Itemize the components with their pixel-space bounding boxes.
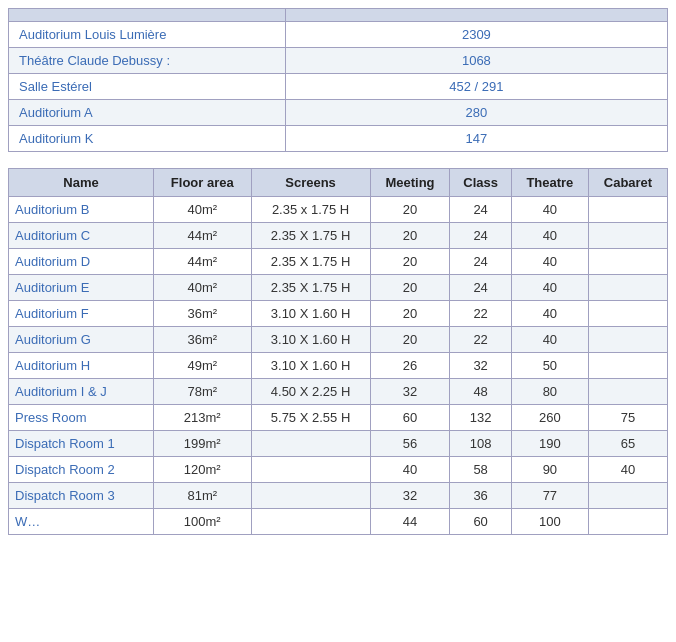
table2-data-cell <box>588 301 667 327</box>
table2-data-cell <box>251 509 370 535</box>
table2-name-cell: Dispatch Room 3 <box>9 483 154 509</box>
table2-data-cell: 5.75 X 2.55 H <box>251 405 370 431</box>
page-wrapper: Auditorium Louis Lumière2309Théâtre Clau… <box>0 0 676 543</box>
table-row: Auditorium H49m²3.10 X 1.60 H263250 <box>9 353 668 379</box>
table2-data-cell: 20 <box>370 223 450 249</box>
table2-data-cell: 108 <box>450 431 511 457</box>
table2-data-cell: 2.35 X 1.75 H <box>251 249 370 275</box>
table2-header-screens: Screens <box>251 169 370 197</box>
table2-data-cell <box>588 327 667 353</box>
table-row: W…100m²4460100 <box>9 509 668 535</box>
table2-data-cell: 40 <box>511 327 588 353</box>
table2-data-cell: 60 <box>450 509 511 535</box>
table-row: Salle Estérel452 / 291 <box>9 74 668 100</box>
table2-data-cell: 36m² <box>153 301 251 327</box>
table2-data-cell: 3.10 X 1.60 H <box>251 353 370 379</box>
table2-data-cell: 65 <box>588 431 667 457</box>
table2-data-cell: 20 <box>370 275 450 301</box>
table2-data-cell: 58 <box>450 457 511 483</box>
table2-data-cell: 40 <box>511 223 588 249</box>
table2-data-cell: 2.35 X 1.75 H <box>251 223 370 249</box>
table2-data-cell: 40 <box>370 457 450 483</box>
table2-data-cell: 100 <box>511 509 588 535</box>
table-row: Auditorium C44m²2.35 X 1.75 H202440 <box>9 223 668 249</box>
table2-data-cell: 81m² <box>153 483 251 509</box>
table1-name-cell: Auditorium Louis Lumière <box>9 22 286 48</box>
table2-data-cell: 44 <box>370 509 450 535</box>
table2-data-cell <box>588 353 667 379</box>
table2-data-cell: 40 <box>588 457 667 483</box>
table2-data-cell: 48 <box>450 379 511 405</box>
table2-data-cell: 20 <box>370 327 450 353</box>
table2-header-cabaret: Cabaret <box>588 169 667 197</box>
table2-data-cell: 24 <box>450 249 511 275</box>
table1-header-places <box>285 9 667 22</box>
table2-name-cell: Auditorium B <box>9 197 154 223</box>
table2-data-cell: 78m² <box>153 379 251 405</box>
table-row: Dispatch Room 2120m²40589040 <box>9 457 668 483</box>
table2-data-cell: 3.10 X 1.60 H <box>251 327 370 353</box>
table1-name-cell: Auditorium K <box>9 126 286 152</box>
table2-data-cell: 20 <box>370 249 450 275</box>
table2-header-floor-area: Floor area <box>153 169 251 197</box>
table2-name-cell: Auditorium D <box>9 249 154 275</box>
table2-data-cell: 32 <box>370 483 450 509</box>
table2-data-cell: 36m² <box>153 327 251 353</box>
table2-name-cell: Auditorium G <box>9 327 154 353</box>
table2-data-cell <box>588 275 667 301</box>
table2-data-cell: 77 <box>511 483 588 509</box>
table2-data-cell: 32 <box>370 379 450 405</box>
table2-data-cell: 75 <box>588 405 667 431</box>
table2-data-cell: 190 <box>511 431 588 457</box>
table-row: Auditorium I & J78m²4.50 X 2.25 H324880 <box>9 379 668 405</box>
table1-places-cell: 1068 <box>285 48 667 74</box>
table2-name-cell: W… <box>9 509 154 535</box>
table2-data-cell: 20 <box>370 301 450 327</box>
table-row: Auditorium Louis Lumière2309 <box>9 22 668 48</box>
table1-name-cell: Salle Estérel <box>9 74 286 100</box>
table2-data-cell <box>251 457 370 483</box>
table-row: Auditorium F36m²3.10 X 1.60 H202240 <box>9 301 668 327</box>
table2-data-cell <box>251 431 370 457</box>
table2-data-cell: 40m² <box>153 197 251 223</box>
table-row: Auditorium K147 <box>9 126 668 152</box>
table2-data-cell <box>588 483 667 509</box>
table2-data-cell: 24 <box>450 197 511 223</box>
table1-places-cell: 147 <box>285 126 667 152</box>
table2-name-cell: Auditorium F <box>9 301 154 327</box>
table2-name-cell: Auditorium C <box>9 223 154 249</box>
table-row: Auditorium E40m²2.35 X 1.75 H202440 <box>9 275 668 301</box>
table2-data-cell: 40 <box>511 197 588 223</box>
table2-data-cell: 40 <box>511 301 588 327</box>
table1-name-cell: Auditorium A <box>9 100 286 126</box>
table2-data-cell <box>588 223 667 249</box>
table2-data-cell: 100m² <box>153 509 251 535</box>
table2-data-cell: 2.35 x 1.75 H <box>251 197 370 223</box>
table1-places-cell: 2309 <box>285 22 667 48</box>
table2-data-cell: 22 <box>450 327 511 353</box>
table2-data-cell: 120m² <box>153 457 251 483</box>
table2-data-cell: 49m² <box>153 353 251 379</box>
table-row: Auditorium B40m²2.35 x 1.75 H202440 <box>9 197 668 223</box>
table2-name-cell: Auditorium E <box>9 275 154 301</box>
table2-data-cell <box>588 249 667 275</box>
table2-data-cell: 90 <box>511 457 588 483</box>
table2-header-theatre: Theatre <box>511 169 588 197</box>
table2-data-cell: 24 <box>450 223 511 249</box>
table2-data-cell: 60 <box>370 405 450 431</box>
table2-data-cell: 132 <box>450 405 511 431</box>
table-row: Auditorium D44m²2.35 X 1.75 H202440 <box>9 249 668 275</box>
table-row: Auditorium A280 <box>9 100 668 126</box>
table2-data-cell: 3.10 X 1.60 H <box>251 301 370 327</box>
table2-data-cell: 36 <box>450 483 511 509</box>
table2-data-cell: 80 <box>511 379 588 405</box>
table2-data-cell: 32 <box>450 353 511 379</box>
table2-data-cell <box>588 379 667 405</box>
table1-header-name <box>9 9 286 22</box>
table2-data-cell: 56 <box>370 431 450 457</box>
table1-name-cell: Théâtre Claude Debussy : <box>9 48 286 74</box>
table2-header-meeting: Meeting <box>370 169 450 197</box>
table2-data-cell <box>588 197 667 223</box>
table1-places-cell: 452 / 291 <box>285 74 667 100</box>
table2-data-cell: 213m² <box>153 405 251 431</box>
